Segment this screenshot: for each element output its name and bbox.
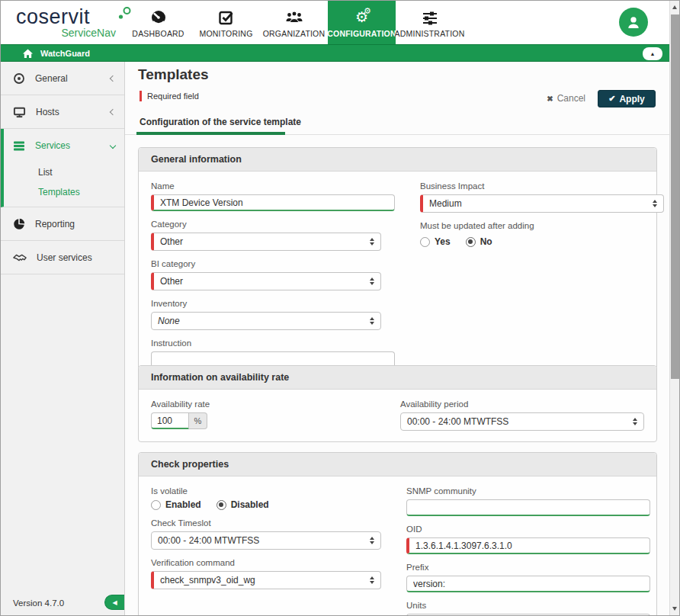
select-stepper-icon xyxy=(370,317,374,325)
nav-tab-dashboard[interactable]: DASHBOARD xyxy=(124,1,192,44)
sidebar-item-services[interactable]: Services xyxy=(4,129,124,162)
main-content: Templates Required field ✖ Cancel ✔ Appl… xyxy=(125,62,669,615)
must-update-yes-radio[interactable]: Yes xyxy=(420,236,451,247)
scroll-up-arrow-icon[interactable] xyxy=(672,5,677,9)
snmp-community-label: SNMP community xyxy=(406,486,650,496)
main-navigation: DASHBOARD MONITORING ORGANIZATION ⚙⚙ CON… xyxy=(124,1,463,44)
brand-logo[interactable]: coservit ServiceNav xyxy=(16,5,127,39)
target-icon xyxy=(13,72,25,85)
must-update-radio-group: Yes No xyxy=(420,236,664,247)
tab-bar: Configuration of the service template xyxy=(125,114,669,135)
select-stepper-icon xyxy=(653,200,657,207)
must-update-label: Must be updated after adding xyxy=(420,221,664,230)
availability-period-select[interactable]: 00:00 - 24:00 MTWTFSS xyxy=(400,412,644,431)
bi-category-select[interactable]: Other xyxy=(151,272,381,290)
person-icon xyxy=(625,14,642,30)
check-icon: ✔ xyxy=(608,94,615,104)
sidebar: General Hosts Services List Templates Re xyxy=(1,62,125,615)
oid-label: OID xyxy=(406,525,650,534)
scroll-down-arrow-icon[interactable] xyxy=(672,607,677,611)
chevron-left-icon xyxy=(110,108,116,114)
snmp-community-field[interactable] xyxy=(406,499,650,516)
panel-title: General information xyxy=(139,148,656,172)
app-version: Version 4.7.0 xyxy=(13,598,64,608)
pie-chart-icon xyxy=(13,218,25,230)
handshake-icon xyxy=(13,252,27,263)
sidebar-item-hosts[interactable]: Hosts xyxy=(1,95,124,129)
top-header: coservit ServiceNav DASHBOARD MONITORING xyxy=(1,1,669,44)
sidebar-item-label: User services xyxy=(37,252,115,263)
collapse-breadcrumb-button[interactable]: ▲ xyxy=(643,47,662,60)
sidebar-item-label: Hosts xyxy=(36,107,111,117)
availability-rate-field[interactable] xyxy=(151,412,189,429)
inventory-label: Inventory xyxy=(151,299,395,308)
chevron-left-icon xyxy=(110,75,116,81)
is-volatile-label: Is volatile xyxy=(151,486,381,496)
check-timeslot-select[interactable]: 00:00 - 24:00 MTWTFSS xyxy=(151,531,381,550)
cancel-button[interactable]: ✖ Cancel xyxy=(547,93,585,104)
bi-category-label: BI category xyxy=(151,259,395,268)
availability-rate-label: Availability rate xyxy=(151,399,375,409)
business-impact-select[interactable]: Medium xyxy=(420,194,664,213)
select-stepper-icon xyxy=(370,278,374,285)
select-stepper-icon xyxy=(370,238,374,245)
close-icon: ✖ xyxy=(547,95,553,103)
oid-field[interactable] xyxy=(406,537,650,554)
vertical-scrollbar[interactable] xyxy=(669,1,679,615)
nav-tab-monitoring[interactable]: MONITORING xyxy=(192,1,260,44)
nav-tab-administration[interactable]: ADMINISTRATION xyxy=(396,1,463,44)
is-volatile-radio-group: Enabled Disabled xyxy=(151,499,381,510)
sidebar-item-user-services[interactable]: User services xyxy=(1,241,124,274)
inventory-select[interactable]: None xyxy=(151,312,381,330)
prefix-field[interactable] xyxy=(406,576,650,592)
collapse-sidebar-button[interactable]: ◀ xyxy=(104,595,124,610)
is-volatile-enabled-radio[interactable]: Enabled xyxy=(151,499,201,510)
sidebar-item-label: Services xyxy=(35,140,111,151)
list-rows-icon xyxy=(13,140,25,152)
nav-tab-configuration[interactable]: ⚙⚙ CONFIGURATION xyxy=(328,1,396,44)
panel-title: Information on availability rate xyxy=(139,366,656,390)
sidebar-item-reporting[interactable]: Reporting xyxy=(1,207,124,241)
breadcrumb[interactable]: WatchGuard xyxy=(22,45,90,61)
gears-icon: ⚙⚙ xyxy=(355,8,368,27)
nav-label: CONFIGURATION xyxy=(327,29,396,38)
scrollbar-thumb[interactable] xyxy=(671,14,679,379)
units-field[interactable] xyxy=(406,614,650,615)
breadcrumb-label: WatchGuard xyxy=(40,49,90,58)
sidebar-item-templates[interactable]: Templates xyxy=(4,182,124,202)
select-stepper-icon xyxy=(370,537,374,544)
apply-button[interactable]: ✔ Apply xyxy=(598,90,656,107)
category-label: Category xyxy=(151,220,395,229)
radio-icon xyxy=(217,500,226,510)
nav-label: ADMINISTRATION xyxy=(395,29,465,38)
required-marker xyxy=(140,91,142,101)
select-stepper-icon xyxy=(633,418,637,425)
nav-tab-organization[interactable]: ORGANIZATION xyxy=(260,1,328,44)
check-timeslot-label: Check Timeslot xyxy=(151,518,381,528)
panel-title: Check properties xyxy=(139,453,656,476)
required-field-note: Required field xyxy=(140,91,199,101)
nav-label: ORGANIZATION xyxy=(263,29,326,38)
chevron-down-icon xyxy=(110,143,116,149)
units-label: Units xyxy=(406,601,650,610)
general-information-panel: General information Name Category Other … xyxy=(138,147,657,380)
percent-addon: % xyxy=(189,412,207,429)
sliders-icon xyxy=(421,8,439,27)
sidebar-item-general[interactable]: General xyxy=(1,62,124,95)
verification-command-select[interactable]: check_snmpv3_oid_wg xyxy=(151,571,381,589)
sidebar-item-list[interactable]: List xyxy=(4,162,124,182)
breadcrumb-bar: WatchGuard ▲ xyxy=(1,44,669,62)
brand-name: coservit xyxy=(16,5,127,29)
radio-icon xyxy=(466,237,476,247)
sidebar-item-label: Reporting xyxy=(35,219,115,229)
category-select[interactable]: Other xyxy=(151,233,381,251)
user-avatar-button[interactable] xyxy=(619,8,648,37)
users-icon xyxy=(285,8,303,27)
tab-configuration-service-template[interactable]: Configuration of the service template xyxy=(140,117,301,127)
must-update-no-radio[interactable]: No xyxy=(466,236,492,247)
availability-period-label: Availability period xyxy=(400,399,644,409)
verification-command-label: Verification command xyxy=(151,558,381,567)
is-volatile-disabled-radio[interactable]: Disabled xyxy=(217,499,269,510)
prefix-label: Prefix xyxy=(406,563,650,572)
name-field[interactable] xyxy=(151,194,395,211)
